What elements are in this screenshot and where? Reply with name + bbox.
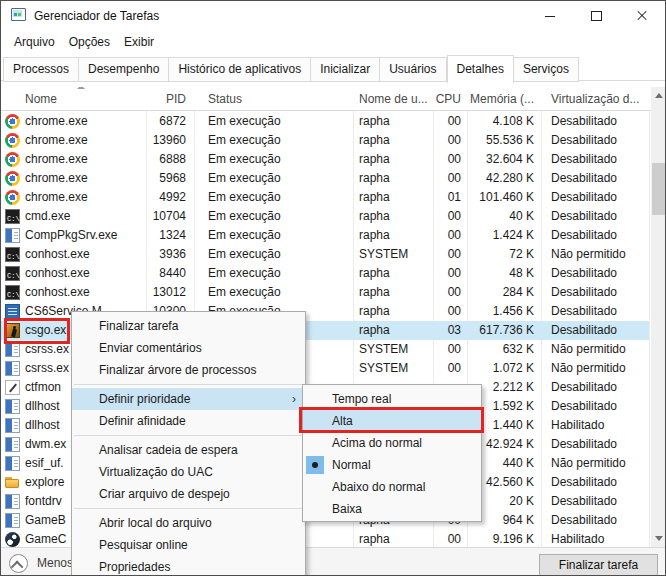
submenu-item-abaixo-do-normal[interactable]: Abaixo do normal bbox=[303, 476, 481, 498]
process-name: ctfmon bbox=[25, 378, 61, 397]
window-icon bbox=[5, 228, 20, 243]
table-row[interactable]: conhost.exe13012Em execuçãorapha00284 KD… bbox=[1, 283, 649, 302]
menu-separator bbox=[74, 508, 303, 509]
process-name: chrome.exe bbox=[25, 169, 88, 188]
maximize-button[interactable] bbox=[573, 1, 619, 31]
menu-item-enviar-comentarios[interactable]: Enviar comentários bbox=[72, 337, 305, 359]
cell-user: rapha bbox=[359, 207, 433, 226]
menu-exibir[interactable]: Exibir bbox=[124, 35, 154, 49]
process-name: csrss.ex bbox=[25, 359, 69, 378]
menu-item-definir-afinidade[interactable]: Definir afinidade bbox=[72, 410, 305, 432]
steam-icon bbox=[5, 532, 20, 547]
column-header-pid[interactable]: PID bbox=[146, 87, 186, 110]
menu-item-finalizar-tarefa[interactable]: Finalizar tarefa bbox=[72, 315, 305, 337]
cell-mem: 4.108 K bbox=[467, 112, 534, 131]
process-name: dwm.ex bbox=[25, 435, 66, 454]
close-button[interactable] bbox=[619, 1, 665, 31]
window-icon bbox=[5, 342, 20, 357]
cell-pid: 6888 bbox=[146, 150, 186, 169]
cell-status: Em execução bbox=[208, 188, 353, 207]
process-name: fontdrv bbox=[25, 492, 62, 511]
cell-virt: Desabilitado bbox=[551, 150, 649, 169]
cell-user: rapha bbox=[359, 264, 433, 283]
process-name: conhost.exe bbox=[25, 264, 90, 283]
table-row[interactable]: chrome.exe4992Em execuçãorapha01101.460 … bbox=[1, 188, 649, 207]
tab-inicializar[interactable]: Inicializar bbox=[311, 57, 380, 82]
column-header-mem[interactable]: Memória (... bbox=[467, 87, 534, 110]
window-icon bbox=[5, 513, 20, 528]
gridline bbox=[649, 87, 650, 547]
task-manager-icon bbox=[11, 8, 26, 21]
scroll-up-button[interactable] bbox=[651, 87, 666, 104]
table-row[interactable]: chrome.exe13960Em execuçãorapha0055.536 … bbox=[1, 131, 649, 150]
cell-status: Em execução bbox=[208, 207, 353, 226]
cell-mem: 42.280 K bbox=[467, 169, 534, 188]
cell-name: conhost.exe bbox=[1, 283, 146, 302]
vertical-scrollbar[interactable] bbox=[651, 87, 666, 547]
window-title: Gerenciador de Tarefas bbox=[34, 9, 159, 23]
cell-pid: 13960 bbox=[146, 131, 186, 150]
menu-item-finalizar-arvore-de-processos[interactable]: Finalizar árvore de processos bbox=[72, 359, 305, 381]
folder-icon bbox=[5, 475, 20, 490]
column-header-status[interactable]: Status bbox=[208, 87, 353, 110]
minimize-button[interactable] bbox=[527, 1, 573, 31]
table-row[interactable]: chrome.exe6872Em execuçãorapha004.108 KD… bbox=[1, 112, 649, 131]
table-row[interactable]: cmd.exe10704Em execuçãorapha0040 KDesabi… bbox=[1, 207, 649, 226]
cell-virt: Desabilitado bbox=[551, 169, 649, 188]
table-row[interactable]: conhost.exe8440Em execuçãorapha0048 KDes… bbox=[1, 264, 649, 283]
column-header-name[interactable]: Nome bbox=[25, 87, 146, 110]
submenu-item-acima-do-normal[interactable]: Acima do normal bbox=[303, 432, 481, 454]
process-name: chrome.exe bbox=[25, 112, 88, 131]
cell-name: chrome.exe bbox=[1, 169, 146, 188]
cell-virt: Desabilitado bbox=[551, 207, 649, 226]
cell-mem: 101.460 K bbox=[467, 188, 534, 207]
cell-cpu: 00 bbox=[433, 207, 461, 226]
process-name: chrome.exe bbox=[25, 188, 88, 207]
window-icon bbox=[5, 361, 20, 376]
end-task-button[interactable]: Finalizar tarefa bbox=[539, 554, 658, 576]
cell-virt: Desabilitado bbox=[551, 492, 649, 511]
cell-status: Em execução bbox=[208, 169, 353, 188]
annotation-box-csgo bbox=[4, 318, 70, 344]
column-header-cpu[interactable]: CPU bbox=[433, 87, 461, 110]
cell-name: chrome.exe bbox=[1, 150, 146, 169]
submenu-arrow-icon: › bbox=[292, 388, 296, 410]
cell-user: rapha bbox=[359, 283, 433, 302]
process-name: conhost.exe bbox=[25, 283, 90, 302]
menu-item-definir-prioridade[interactable]: Definir prioridade› bbox=[72, 388, 305, 410]
table-row[interactable]: CompPkgSrv.exe1324Em execuçãorapha001.42… bbox=[1, 226, 649, 245]
menu-item-propriedades[interactable]: Propriedades bbox=[72, 556, 305, 576]
menu-item-criar-arquivo-de-despejo[interactable]: Criar arquivo de despejo bbox=[72, 483, 305, 505]
tab-historico-de-aplicativos[interactable]: Histórico de aplicativos bbox=[169, 57, 311, 82]
scroll-down-icon bbox=[655, 536, 663, 541]
tab-desempenho[interactable]: Desempenho bbox=[79, 57, 169, 82]
cell-virt: Habilitado bbox=[551, 530, 649, 549]
process-name: explore bbox=[25, 473, 64, 492]
menu-item-virtualizacao-do-uac[interactable]: Virtualização do UAC bbox=[72, 461, 305, 483]
cell-status: Em execução bbox=[208, 131, 353, 150]
menu-arquivo[interactable]: Arquivo bbox=[14, 35, 55, 49]
cell-status: Em execução bbox=[208, 264, 353, 283]
table-row[interactable]: chrome.exe5968Em execuçãorapha0042.280 K… bbox=[1, 169, 649, 188]
menu-item-pesquisar-online[interactable]: Pesquisar online bbox=[72, 534, 305, 556]
cell-mem: 40 K bbox=[467, 207, 534, 226]
menu-opcoes[interactable]: Opções bbox=[69, 35, 110, 49]
submenu-item-baixa[interactable]: Baixa bbox=[303, 498, 481, 520]
scrollbar-thumb[interactable] bbox=[652, 163, 666, 215]
cell-user: SYSTEM bbox=[359, 245, 433, 264]
table-row[interactable]: chrome.exe6888Em execuçãorapha0032.604 K… bbox=[1, 150, 649, 169]
column-header-virt[interactable]: Virtualização d... bbox=[551, 87, 649, 110]
tab-detalhes[interactable]: Detalhes bbox=[447, 55, 514, 83]
tab-processos[interactable]: Processos bbox=[3, 57, 79, 82]
window-icon bbox=[5, 456, 20, 471]
table-row[interactable]: conhost.exe3936Em execuçãoSYSTEM0072 KNã… bbox=[1, 245, 649, 264]
cell-name: chrome.exe bbox=[1, 131, 146, 150]
column-header-user[interactable]: Nome de u... bbox=[359, 87, 433, 110]
menu-item-analisar-cadeia-de-espera[interactable]: Analisar cadeia de espera bbox=[72, 439, 305, 461]
tab-usuarios[interactable]: Usuários bbox=[380, 57, 446, 82]
cell-virt: Desabilitado bbox=[551, 264, 649, 283]
menu-item-abrir-local-do-arquivo[interactable]: Abrir local do arquivo bbox=[72, 512, 305, 534]
tab-servicos[interactable]: Serviços bbox=[514, 57, 579, 82]
scroll-down-button[interactable] bbox=[651, 530, 666, 547]
submenu-item-normal[interactable]: Normal bbox=[303, 454, 481, 476]
